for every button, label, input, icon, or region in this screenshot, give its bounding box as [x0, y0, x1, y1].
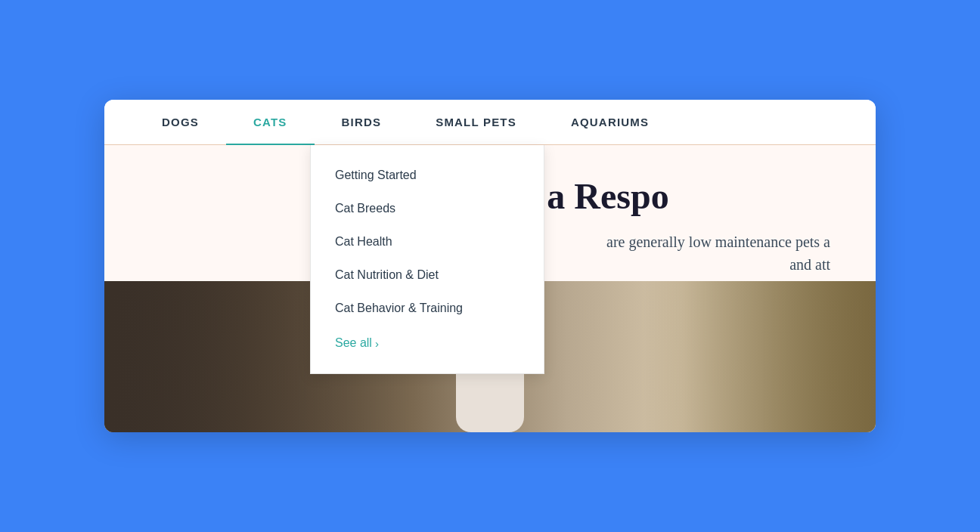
- nav-label-cats: CATS: [253, 116, 287, 128]
- see-all-arrow-icon: ›: [375, 337, 379, 350]
- see-all-label: See all: [335, 336, 372, 350]
- image-overlay-right: [644, 281, 876, 432]
- cats-dropdown: Getting Started Cat Breeds Cat Health Ca…: [310, 145, 544, 374]
- nav-item-dogs[interactable]: DOGS: [135, 100, 226, 145]
- nav-item-small-pets[interactable]: SMALL PETS: [408, 100, 544, 145]
- nav-item-birds[interactable]: BIRDS: [315, 100, 409, 145]
- dropdown-menu: Getting Started Cat Breeds Cat Health Ca…: [310, 145, 544, 374]
- menu-item-cat-behavior[interactable]: Cat Behavior & Training: [311, 292, 544, 325]
- nav-label-small-pets: SMALL PETS: [436, 116, 516, 128]
- nav-label-aquariums: AQUARIUMS: [571, 116, 649, 128]
- nav-item-cats[interactable]: CATS: [226, 100, 315, 145]
- menu-item-cat-health[interactable]: Cat Health: [311, 225, 544, 258]
- nav-label-birds: BIRDS: [342, 116, 382, 128]
- menu-item-getting-started[interactable]: Getting Started: [311, 159, 544, 192]
- menu-item-cat-breeds[interactable]: Cat Breeds: [311, 192, 544, 225]
- browser-window: DOGS CATS BIRDS SMALL PETS AQUARIUMS Get…: [104, 100, 876, 432]
- menu-item-cat-nutrition[interactable]: Cat Nutrition & Diet: [311, 258, 544, 292]
- nav-label-dogs: DOGS: [162, 116, 199, 128]
- nav-item-aquariums[interactable]: AQUARIUMS: [544, 100, 676, 145]
- see-all-link[interactable]: See all ›: [311, 326, 544, 360]
- navigation-bar: DOGS CATS BIRDS SMALL PETS AQUARIUMS Get…: [104, 100, 876, 145]
